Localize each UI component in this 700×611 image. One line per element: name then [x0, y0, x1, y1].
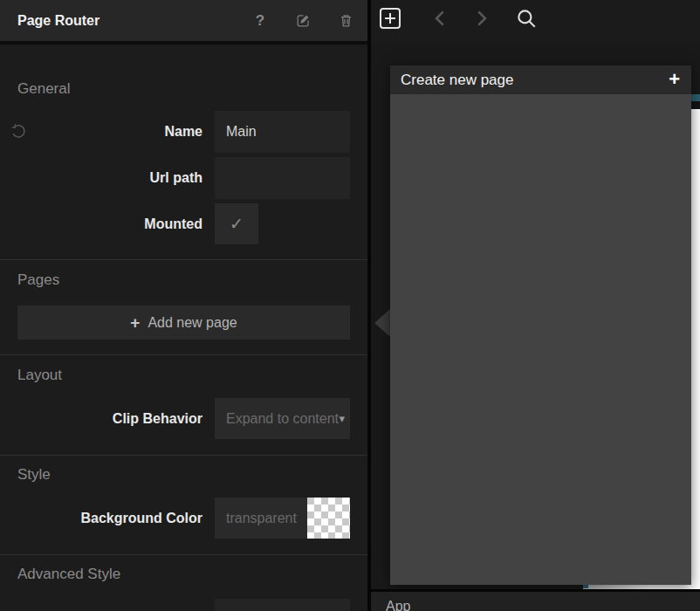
clip-behavior-value: Expand to content [226, 411, 339, 426]
panel-header-icons: ? [250, 0, 355, 41]
popup-title: Create new page [401, 65, 513, 94]
url-path-label: Url path [0, 157, 202, 199]
section-general: General [17, 80, 70, 98]
section-pages: Pages [17, 271, 59, 289]
mounted-checkbox[interactable]: ✓ [215, 203, 258, 244]
search-icon[interactable] [514, 6, 539, 31]
name-input[interactable]: Main [215, 111, 350, 153]
advanced-style-input[interactable] [215, 599, 350, 611]
panel-title: Page Router [17, 0, 100, 41]
plus-icon: + [130, 313, 140, 333]
edit-icon[interactable] [293, 11, 312, 31]
section-divider [0, 354, 367, 355]
property-panel: Page Router ? General Name Main Url path… [0, 0, 367, 611]
mounted-label: Mounted [0, 203, 202, 245]
create-new-page-popup: Create new page + [390, 65, 691, 585]
header-separator [0, 41, 367, 45]
popup-header: Create new page + [390, 65, 691, 94]
section-style: Style [17, 466, 51, 484]
app-root: Page Router ? General Name Main Url path… [0, 0, 700, 611]
help-icon[interactable]: ? [250, 11, 270, 31]
url-path-input[interactable] [215, 157, 350, 199]
section-layout: Layout [17, 367, 62, 384]
section-divider [0, 259, 367, 260]
forward-icon[interactable] [469, 6, 493, 31]
section-divider [0, 455, 367, 456]
background-color-input[interactable]: transparent [215, 498, 307, 539]
add-new-page-label: Add new page [148, 315, 237, 331]
back-icon[interactable] [429, 6, 453, 31]
property-panel-header: Page Router ? [0, 0, 367, 41]
clip-behavior-label: Clip Behavior [0, 398, 202, 440]
canvas-toolbar [371, 0, 700, 44]
background-color-label: Background Color [0, 498, 202, 539]
check-icon: ✓ [230, 215, 244, 233]
section-advanced-style: Advanced Style [17, 566, 120, 583]
background-color-swatch[interactable] [307, 498, 350, 539]
node-canvas: Create new page + App [371, 0, 700, 611]
chevron-down-icon: ▾ [339, 398, 345, 439]
add-node-icon[interactable] [378, 6, 402, 31]
popup-arrow [374, 309, 390, 337]
add-page-icon[interactable]: + [669, 65, 680, 93]
add-new-page-button[interactable]: + Add new page [17, 306, 350, 340]
trash-icon[interactable] [336, 11, 355, 31]
section-divider [0, 554, 367, 555]
name-label: Name [0, 111, 202, 153]
component-bottom-bar: App [371, 592, 700, 611]
clip-behavior-select[interactable]: Expand to content ▾ [215, 398, 350, 439]
app-component-label[interactable]: App [386, 599, 410, 611]
